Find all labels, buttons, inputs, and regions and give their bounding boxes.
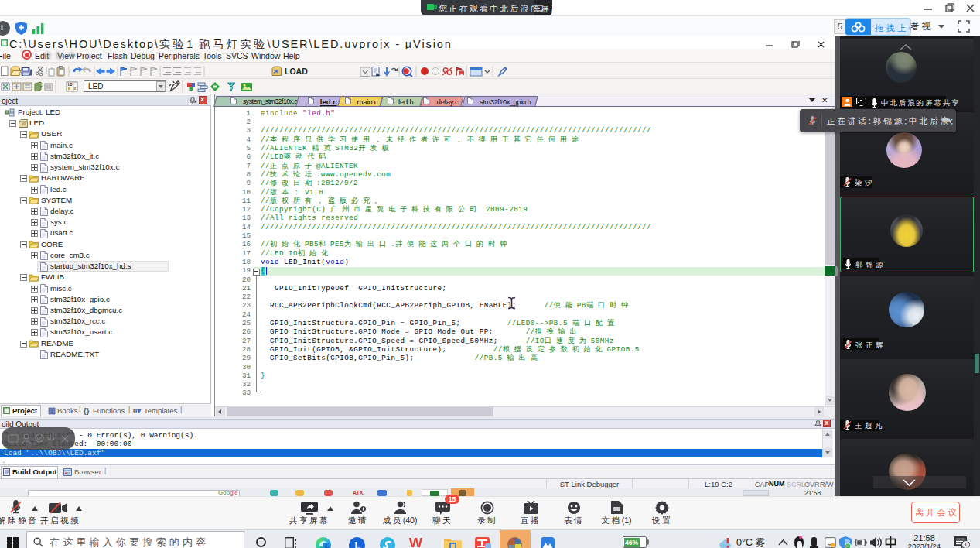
svg-text:LO: LO [68,83,73,87]
svg-text:LOAD: LOAD [285,67,308,76]
